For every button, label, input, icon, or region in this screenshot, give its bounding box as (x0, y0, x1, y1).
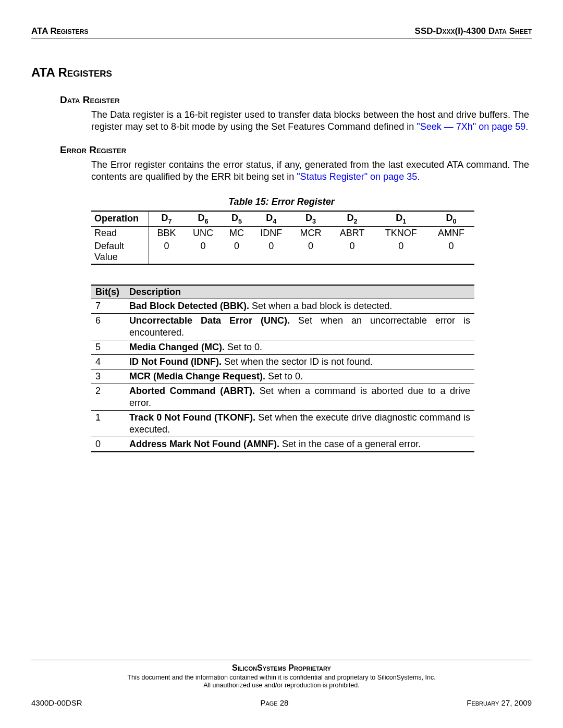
desc-cell: Uncorrectable Data Error (UNC). Set when… (125, 313, 474, 340)
cell: 0 (222, 240, 252, 264)
table-row: 0Address Mark Not Found (AMNF). Set in t… (91, 437, 474, 452)
footer-date: February 27, 2009 (467, 698, 532, 707)
cell: 0 (185, 240, 222, 264)
header-right: SSD-Dxxx(I)-4300 Data Sheet (415, 26, 532, 36)
col-d0: D0 (428, 211, 474, 226)
desc-cell: MCR (Media Change Request). Set to 0. (125, 369, 474, 384)
error-register-text-b: . (417, 171, 420, 182)
table-header-row: Operation D7 D6 D5 D4 D3 D2 D1 D0 (91, 211, 474, 226)
page-title: ATA Registers (31, 65, 532, 80)
footer-bottom-row: 4300D-00DSR Page 28 February 27, 2009 (31, 698, 532, 707)
cell: MCR (291, 226, 331, 240)
desc-cell: Aborted Command (ABRT). Set when a comma… (125, 384, 474, 410)
bit-cell: 1 (91, 410, 125, 437)
cell: ABRT (330, 226, 374, 240)
cell: BBK (149, 226, 185, 240)
header-left: ATA Registers (31, 26, 88, 36)
bit-cell: 3 (91, 369, 125, 384)
col-d2: D2 (330, 211, 374, 226)
table-row: 7Bad Block Detected (BBK). Set when a ba… (91, 299, 474, 313)
page-footer: SiliconSystems Proprietary This document… (31, 660, 532, 707)
table-row: 3MCR (Media Change Request). Set to 0. (91, 369, 474, 384)
cell: MC (222, 226, 252, 240)
desc-cell: Bad Block Detected (BBK). Set when a bad… (125, 299, 474, 313)
cell: 0 (251, 240, 291, 264)
bit-cell: 4 (91, 354, 125, 369)
cell: IDNF (251, 226, 291, 240)
col-d6: D6 (185, 211, 222, 226)
bit-cell: 5 (91, 340, 125, 354)
table-row: Read BBK UNC MC IDNF MCR ABRT TKNOF AMNF (91, 226, 474, 240)
bit-cell: 7 (91, 299, 125, 313)
data-register-heading: Data Register (60, 94, 532, 106)
col-d5: D5 (222, 211, 252, 226)
desc-cell: Media Changed (MC). Set to 0. (125, 340, 474, 354)
table-row: 5Media Changed (MC). Set to 0. (91, 340, 474, 354)
bits-description-table: Bit(s) Description 7Bad Block Detected (… (91, 285, 474, 452)
footer-disclaimer: This document and the information contai… (31, 674, 532, 690)
desc-cell: Track 0 Not Found (TKONF). Set when the … (125, 410, 474, 437)
col-d3: D3 (291, 211, 331, 226)
data-register-paragraph: The Data register is a 16-bit register u… (91, 109, 529, 133)
cell: TKNOF (374, 226, 428, 240)
error-register-heading: Error Register (60, 144, 532, 156)
page-header: ATA Registers SSD-Dxxx(I)-4300 Data Shee… (31, 26, 532, 39)
cell-op: Default Value (91, 240, 149, 264)
cell: 0 (291, 240, 331, 264)
footer-rule (31, 660, 532, 660)
col-d4: D4 (251, 211, 291, 226)
seek-link[interactable]: "Seek — 7Xh" on page 59 (417, 121, 525, 132)
cell: AMNF (428, 226, 474, 240)
error-register-paragraph: The Error register contains the error st… (91, 159, 529, 183)
cell-op: Read (91, 226, 149, 240)
desc-cell: ID Not Found (IDNF). Set when the sector… (125, 354, 474, 369)
cell: 0 (374, 240, 428, 264)
col-d1: D1 (374, 211, 428, 226)
bit-cell: 0 (91, 437, 125, 452)
cell: 0 (149, 240, 185, 264)
error-register-table: Operation D7 D6 D5 D4 D3 D2 D1 D0 Read B… (91, 211, 474, 265)
table15-caption: Table 15: Error Register (31, 196, 532, 207)
table-row: Default Value 0 0 0 0 0 0 0 0 (91, 240, 474, 264)
page-number: Page 28 (260, 698, 288, 707)
table-row: 6Uncorrectable Data Error (UNC). Set whe… (91, 313, 474, 340)
data-register-text-b: . (525, 121, 528, 132)
col-bits: Bit(s) (91, 285, 125, 299)
table-row: 4ID Not Found (IDNF). Set when the secto… (91, 354, 474, 369)
col-description: Description (125, 285, 474, 299)
status-register-link[interactable]: "Status Register" on page 35 (297, 171, 417, 182)
col-d7: D7 (149, 211, 185, 226)
desc-cell: Address Mark Not Found (AMNF). Set in th… (125, 437, 474, 452)
bit-cell: 2 (91, 384, 125, 410)
cell: UNC (185, 226, 222, 240)
cell: 0 (330, 240, 374, 264)
col-operation: Operation (91, 211, 149, 226)
footer-proprietary: SiliconSystems Proprietary (31, 663, 532, 673)
table-row: 1Track 0 Not Found (TKONF). Set when the… (91, 410, 474, 437)
table-header-row: Bit(s) Description (91, 285, 474, 299)
bit-cell: 6 (91, 313, 125, 340)
cell: 0 (428, 240, 474, 264)
doc-number: 4300D-00DSR (31, 698, 82, 707)
table-row: 2Aborted Command (ABRT). Set when a comm… (91, 384, 474, 410)
